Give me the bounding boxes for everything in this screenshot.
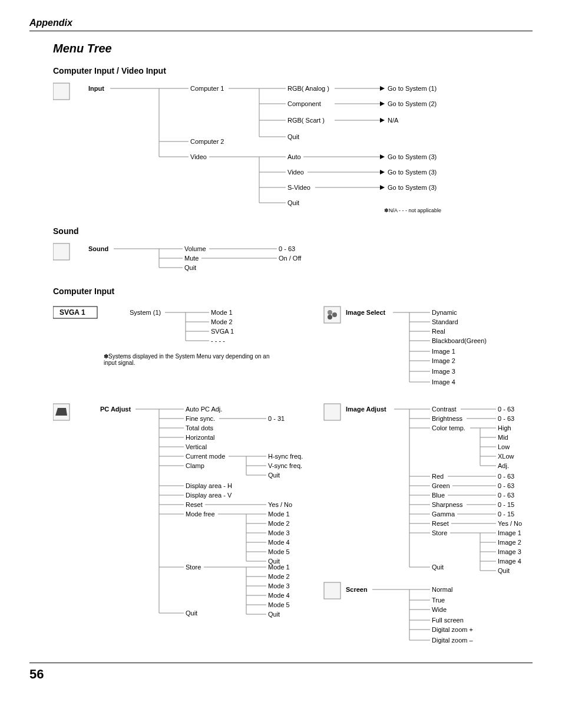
svg-point-42 (328, 310, 332, 315)
ia-ct: Color temp. (432, 424, 465, 431)
appendix-label: Appendix (29, 18, 533, 28)
pc-finesync-r: 0 - 31 (268, 415, 285, 422)
ia-store: Store (432, 529, 447, 536)
pc-reset-v: Yes / No (268, 501, 292, 508)
st-m1: Mode 1 (268, 564, 290, 571)
pc-hsync: H-sync freq. (268, 453, 303, 460)
st-q: Quit (268, 611, 280, 618)
sc-dzp: Digital zoom + (432, 626, 473, 633)
ia-sharp-r: 0 - 15 (498, 501, 514, 508)
sys-mode2: Mode 2 (211, 318, 233, 325)
ia-reset-r: Yes / No (498, 520, 522, 527)
page-title: Menu Tree (53, 42, 533, 55)
pc-current: Current mode (186, 453, 225, 460)
tree-sound: Sound Volume Mute Quit 0 - 63 On / Off (53, 241, 533, 276)
section-sound: Sound (53, 226, 533, 236)
is-standard: Standard (432, 318, 458, 325)
ia-reset: Reset (432, 520, 449, 527)
svg-point-44 (328, 315, 332, 319)
ct-adj: Adj. (498, 462, 509, 469)
tree-input: Input Computer 1 Computer 2 Video RGB( A… (53, 80, 533, 216)
svg-marker-14 (380, 101, 385, 106)
ia-contrast: Contrast (432, 406, 457, 413)
pc-quit: Quit (186, 610, 197, 617)
pc-adjust-root: PC Adjust (100, 406, 131, 413)
svg-marker-16 (380, 118, 385, 123)
sys-svga1: SVGA 1 (211, 328, 234, 335)
ias-i2: Image 2 (498, 539, 521, 546)
na-footnote: ✽N/A - - - not applicable (384, 207, 441, 213)
svg-marker-26 (380, 170, 385, 174)
svg-marker-12 (380, 86, 385, 91)
sc-true: True (432, 597, 445, 604)
mute-range: On / Off (279, 255, 302, 262)
pc-autopc: Auto PC Adj. (186, 406, 222, 413)
ia-green-r: 0 - 63 (498, 482, 514, 489)
mf-m5: Mode 5 (268, 548, 290, 555)
pc-vertical: Vertical (186, 443, 207, 450)
is-dynamic: Dynamic (432, 309, 457, 316)
quit-node-1: Quit (287, 133, 299, 140)
pc-horizontal: Horizontal (186, 434, 215, 441)
auto-node: Auto (287, 153, 301, 160)
ct-low: Low (498, 443, 510, 450)
ia-blue: Blue (432, 492, 445, 499)
ias-i3: Image 3 (498, 548, 521, 555)
ct-mid: Mid (498, 434, 508, 441)
image-adjust-icon (324, 404, 340, 420)
sc-full: Full screen (432, 617, 464, 624)
tree-computer: SVGA 1 System (1) Mode 1 Mode 2 SVGA 1 -… (53, 301, 533, 648)
pc-totaldots: Total dots (186, 424, 214, 431)
ia-gamma: Gamma (432, 510, 455, 518)
mf-m4: Mode 4 (268, 539, 290, 546)
ia-red-r: 0 - 63 (498, 473, 514, 480)
sound-icon (53, 243, 70, 260)
ia-brightness-r: 0 - 63 (498, 415, 514, 422)
header-rule: Appendix (29, 18, 533, 31)
pc-finesync: Fine sync. (186, 415, 215, 422)
ia-blue-r: 0 - 63 (498, 492, 514, 499)
ias-i4: Image 4 (498, 558, 521, 565)
input-root: Input (88, 85, 104, 92)
pc-modefree: Mode free (186, 510, 215, 518)
ia-sharp: Sharpness (432, 501, 463, 508)
ia-quit: Quit (432, 564, 444, 571)
volume-range: 0 - 63 (279, 245, 295, 252)
mf-m3: Mode 3 (268, 529, 290, 536)
ct-high: High (498, 424, 511, 431)
section-input: Computer Input / Video Input (53, 66, 533, 75)
ct-xlow: XLow (498, 453, 514, 460)
goto-3c: Go to System (3) (388, 184, 437, 191)
mf-m1: Mode 1 (268, 510, 290, 518)
sc-dzm: Digital zoom – (432, 637, 474, 644)
ia-gamma-r: 0 - 15 (498, 510, 514, 518)
pc-vsync: V-sync freq. (268, 462, 302, 469)
mf-m2: Mode 2 (268, 520, 290, 527)
st-m5: Mode 5 (268, 601, 290, 608)
quit-node-2: Quit (287, 199, 299, 206)
screen-icon (324, 582, 340, 599)
sound-root: Sound (88, 245, 108, 252)
goto-1: Go to System (1) (388, 85, 437, 92)
ia-green: Green (432, 482, 450, 489)
image-select-root: Image Select (346, 309, 386, 316)
svg-marker-24 (380, 154, 385, 159)
mute-node: Mute (184, 255, 199, 262)
tree-svg-sound: Sound Volume Mute Quit 0 - 63 On / Off (53, 241, 348, 276)
svga-badge-text: SVGA 1 (59, 308, 85, 317)
computer2-node: Computer 2 (190, 138, 224, 145)
rgb-analog-node: RGB( Analog ) (287, 85, 329, 92)
ia-red: Red (432, 473, 444, 480)
quit-sound-node: Quit (184, 264, 196, 271)
svg-marker-28 (380, 185, 385, 190)
system-footnote: ✽Systems displayed in the System Menu va… (104, 353, 280, 366)
sys-dashes: - - - - (211, 337, 225, 344)
goto-3b: Go to System (3) (388, 169, 437, 176)
svg-point-43 (332, 312, 337, 317)
image-adjust-root: Image Adjust (346, 406, 386, 413)
video-sub-node: Video (287, 169, 304, 176)
sys-mode1: Mode 1 (211, 309, 233, 316)
goto-2: Go to System (2) (388, 100, 437, 107)
st-m2: Mode 2 (268, 573, 290, 580)
volume-node: Volume (184, 245, 206, 252)
